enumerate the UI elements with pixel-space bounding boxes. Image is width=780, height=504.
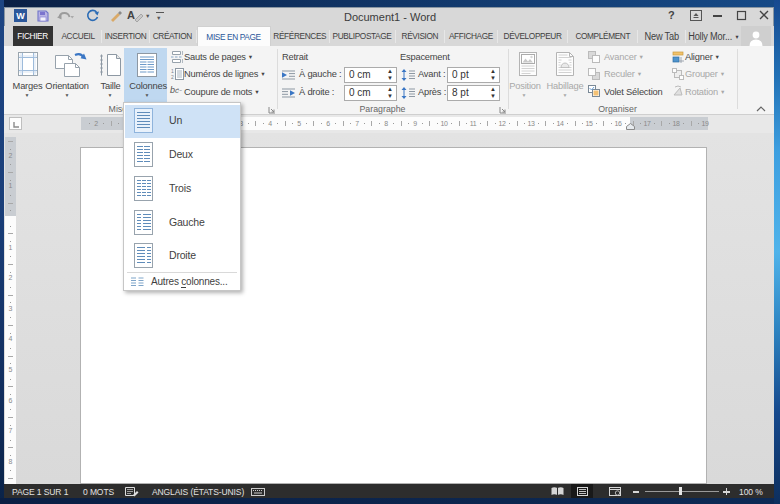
svg-text:2: 2	[171, 74, 174, 80]
